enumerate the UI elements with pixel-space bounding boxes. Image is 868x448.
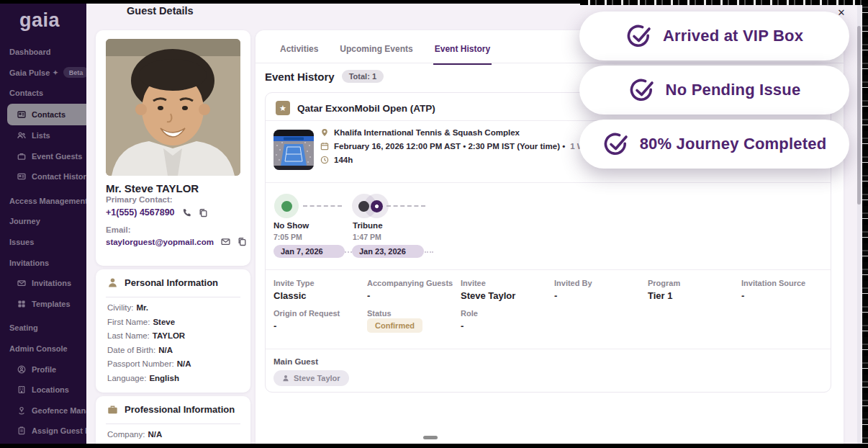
toast-text: 80% Journey Completed — [640, 135, 827, 153]
sidebar-item-seating[interactable]: Seating — [0, 318, 86, 339]
toast-close-icon[interactable]: ✕ — [835, 6, 848, 19]
recording-noise — [580, 0, 863, 5]
toast-journey-completed[interactable]: 80% Journey Completed — [579, 120, 849, 169]
beta-badge: Beta — [63, 67, 86, 78]
phone-icon[interactable] — [182, 208, 191, 218]
people-icon — [17, 131, 26, 140]
field-last-name: Last Name:TAYLOR — [107, 329, 245, 344]
total-badge: Total: 1 — [342, 70, 384, 83]
detail-value: - — [554, 290, 557, 301]
copy-phone-icon[interactable] — [199, 208, 208, 218]
contact-card-icon — [17, 110, 26, 119]
event-duration-row: 144h — [320, 156, 353, 164]
tab-upcoming-events[interactable]: Upcoming Events — [338, 30, 414, 65]
detail-label: Origin of Request — [273, 309, 340, 318]
email-label: Email: — [106, 225, 131, 234]
timeline-time: 7:05 PM — [273, 233, 302, 241]
sidebar: gaia Dashboard Gaia Pulse ✦ Beta Contact… — [0, 4, 86, 444]
clock-icon — [320, 156, 329, 164]
divider — [266, 349, 831, 349]
mail-icon[interactable] — [221, 237, 230, 246]
bag-icon — [17, 152, 26, 161]
detail-value: Steve Taylor — [461, 290, 515, 301]
sidebar-item-contacts[interactable]: Contacts — [7, 104, 86, 125]
status-badge: Confirmed — [367, 318, 422, 333]
screen: gaia Dashboard Gaia Pulse ✦ Beta Contact… — [0, 0, 868, 448]
sidebar-section-admin-console[interactable]: Admin Console — [0, 339, 86, 359]
sidebar-item-contact-history[interactable]: Contact History — [0, 166, 86, 187]
toast-text: No Pending Issue — [666, 81, 801, 99]
detail-label: Invitee — [461, 279, 486, 287]
right-edge-bar — [862, 0, 868, 448]
timeline-node-dark-dot — [358, 201, 369, 212]
detail-value: - — [461, 321, 464, 331]
person-circle-icon — [17, 365, 26, 374]
sidebar-item-dashboard[interactable]: Dashboard — [0, 42, 86, 63]
sidebar-item-issues[interactable]: Issues — [0, 232, 86, 253]
field-language: Language:English — [107, 372, 245, 386]
sidebar-item-event-guests[interactable]: Event Guests — [0, 145, 86, 166]
sidebar-item-profile[interactable]: Profile — [0, 359, 86, 380]
sidebar-item-gaia-pulse[interactable]: Gaia Pulse ✦ Beta — [0, 63, 86, 84]
sidebar-item-lists[interactable]: Lists — [0, 125, 86, 146]
main-guest-chip[interactable]: Steve Taylor — [273, 370, 349, 386]
event-star-icon: ★ — [276, 101, 290, 115]
sidebar-item-locations[interactable]: Locations — [0, 380, 86, 400]
page-title: Guest Details — [127, 5, 194, 17]
event-history-heading: Event History Total: 1 — [265, 70, 384, 83]
sidebar-section-contacts[interactable]: Contacts — [0, 83, 86, 104]
detail-value: - — [741, 290, 744, 301]
event-venue-row: Khalifa International Tennis & Squash Co… — [320, 128, 520, 137]
tabs: Activities Upcoming Events Event History — [279, 30, 492, 65]
sidebar-section-invitations[interactable]: Invitations — [0, 252, 86, 273]
scrollbar-thumb[interactable] — [857, 26, 861, 205]
phone-row: +1(555) 4567890 — [106, 207, 208, 218]
location-pin-icon — [320, 128, 329, 137]
event-duration: 144h — [334, 156, 353, 164]
timeline-connector — [386, 205, 425, 207]
detail-label: Role — [461, 309, 478, 318]
sidebar-item-templates[interactable]: Templates — [0, 294, 86, 315]
event-header: ★ Qatar ExxonMobil Open (ATP) — [276, 101, 435, 115]
toast-no-pending-issue[interactable]: No Pending Issue — [579, 66, 849, 115]
detail-value: Classic — [273, 290, 307, 301]
event-datetime: February 16, 2026 12:00 PM AST • 2:30 PM… — [334, 142, 565, 151]
detail-value: Tier 1 — [648, 290, 672, 301]
event-history-title: Event History — [265, 71, 335, 83]
main-guest-label: Main Guest — [273, 357, 318, 366]
timeline-label: Tribune — [353, 221, 383, 230]
briefcase-icon — [107, 404, 118, 415]
geofence-pin-icon — [17, 406, 26, 415]
sidebar-item-access-management[interactable]: Access Management — [0, 191, 86, 212]
timeline-time: 1:47 PM — [353, 233, 381, 241]
detail-label: Accompanying Guests — [367, 279, 453, 287]
main-guest-name: Steve Taylor — [294, 374, 340, 382]
personal-info-title: Personal Information — [125, 277, 218, 288]
toast-arrived-vip-box[interactable]: Arrived at VIP Box — [579, 12, 849, 61]
clipboard-icon — [17, 426, 26, 435]
phone-number[interactable]: +1(555) 4567890 — [106, 207, 175, 218]
sidebar-item-geofence-manager[interactable]: Geofence Manager — [0, 400, 86, 421]
detail-value: - — [367, 290, 370, 301]
guest-profile-card: Mr. Steve TAYLOR Primary Contact: +1(555… — [96, 30, 250, 266]
field-date-of-birth: Date of Birth:N/A — [107, 344, 245, 358]
sidebar-item-journey[interactable]: Journey — [0, 211, 86, 232]
toast-text: Arrived at VIP Box — [663, 27, 803, 45]
tab-activities[interactable]: Activities — [279, 30, 320, 65]
tab-event-history[interactable]: Event History — [433, 30, 492, 65]
building-icon — [17, 385, 26, 394]
drag-handle[interactable] — [423, 436, 438, 439]
calendar-icon — [320, 142, 329, 151]
pill-connector — [345, 251, 352, 253]
copy-email-icon[interactable] — [238, 237, 247, 246]
divider — [106, 424, 240, 424]
field-company: Company:N/A — [107, 428, 245, 442]
professional-info-fields: Company:N/A — [107, 428, 245, 442]
email-address[interactable]: staylorguest@yopmail.com — [106, 238, 214, 246]
sidebar-item-invitations[interactable]: Invitations — [0, 273, 86, 294]
envelope-icon — [17, 279, 26, 287]
professional-info-card: Professional Information Company:N/A — [96, 396, 250, 448]
divider — [266, 182, 831, 183]
check-circle-icon — [628, 77, 654, 103]
sidebar-item-assign-guest-data[interactable]: Assign Guest Data — [0, 421, 86, 442]
